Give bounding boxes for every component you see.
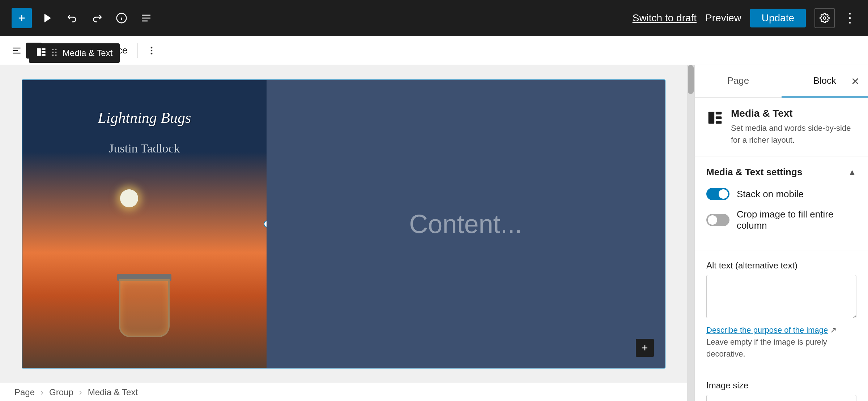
text-column[interactable]: Content... <box>267 80 665 368</box>
breadcrumb-page[interactable]: Page <box>14 387 35 397</box>
svg-rect-27 <box>716 121 722 124</box>
media-image: Lightning Bugs Justin Tadlock <box>22 80 267 368</box>
scroll-thumb <box>688 65 694 94</box>
toggle-knob-stack <box>719 189 728 199</box>
top-bar-left <box>12 8 155 28</box>
main-layout: Lightning Bugs Justin Tadlock Content... <box>0 65 868 401</box>
alt-text-link-row: Describe the purpose of the image ↗ Leav… <box>706 324 856 360</box>
editor-area: Lightning Bugs Justin Tadlock Content... <box>0 65 694 401</box>
align-left-button[interactable] <box>9 43 25 59</box>
breadcrumb-sep-2: › <box>79 387 82 397</box>
info-button[interactable] <box>113 9 130 27</box>
svg-rect-25 <box>716 112 722 115</box>
image-size-select-wrapper: Thumbnail Medium Large Full Size ▾ <box>706 395 856 401</box>
media-text-settings-section: Media & Text settings ▲ Stack on mobile … <box>695 156 868 250</box>
image-size-label: Image size <box>706 380 856 391</box>
svg-point-20 <box>151 49 153 51</box>
toolbar-separator-2 <box>137 43 138 58</box>
more-block-options-button[interactable] <box>144 43 159 59</box>
toggle-knob-crop <box>708 215 717 225</box>
stack-on-mobile-label: Stack on mobile <box>737 189 804 200</box>
block-toolbar: ⠿ Media & Text Replace <box>0 36 868 65</box>
jar-body <box>119 279 170 337</box>
redo-button[interactable] <box>88 9 106 27</box>
breadcrumb-group[interactable]: Group <box>49 387 73 397</box>
switch-draft-button[interactable]: Switch to draft <box>633 12 697 24</box>
media-text-block[interactable]: Lightning Bugs Justin Tadlock Content... <box>22 79 665 368</box>
media-text-icon-small <box>36 47 46 59</box>
alt-text-describe-link[interactable]: Describe the purpose of the image <box>706 325 828 335</box>
block-label-text: Media & Text <box>63 48 112 58</box>
settings-section-title: Media & Text settings <box>706 167 802 178</box>
undo-button[interactable] <box>64 9 81 27</box>
svg-point-19 <box>151 47 153 48</box>
block-label-popup: ⠿ Media & Text <box>29 43 120 63</box>
image-size-section: Image size Thumbnail Medium Large Full S… <box>695 370 868 401</box>
scroll-track[interactable] <box>687 65 694 401</box>
preview-button[interactable]: Preview <box>705 12 741 24</box>
sidebar-tabs: Page Block ✕ <box>695 65 868 98</box>
svg-point-9 <box>824 17 826 20</box>
media-column: Lightning Bugs Justin Tadlock <box>22 80 267 368</box>
more-options-button[interactable]: ⋮ <box>843 12 856 25</box>
tab-page[interactable]: Page <box>695 65 782 98</box>
crop-image-row: Crop image to fill entire column <box>706 209 856 231</box>
media-text-block-icon <box>706 109 724 126</box>
book-title: Lightning Bugs <box>98 109 191 126</box>
alt-text-label: Alt text (alternative text) <box>706 260 856 271</box>
svg-rect-10 <box>37 48 41 56</box>
alt-text-input[interactable] <box>706 275 856 318</box>
svg-point-21 <box>151 52 153 54</box>
breadcrumb: Page › Group › Media & Text <box>0 383 694 401</box>
settings-section-header: Media & Text settings ▲ <box>706 167 856 178</box>
crop-image-toggle[interactable] <box>706 214 729 226</box>
block-info-text: Media & Text Set media and words side-by… <box>731 108 856 146</box>
block-info: Media & Text Set media and words side-by… <box>695 98 868 156</box>
svg-rect-13 <box>42 54 46 56</box>
settings-button[interactable] <box>814 8 835 28</box>
svg-rect-12 <box>42 51 46 53</box>
alt-text-external-icon: ↗ <box>830 325 837 335</box>
stack-on-mobile-toggle[interactable] <box>706 188 729 200</box>
alt-text-section: Alt text (alternative text) Describe the… <box>695 250 868 370</box>
sidebar-close-button[interactable]: ✕ <box>848 72 862 90</box>
book-author: Justin Tadlock <box>109 142 180 155</box>
image-size-select[interactable]: Thumbnail Medium Large Full Size <box>706 395 856 401</box>
editor-content: Lightning Bugs Justin Tadlock Content... <box>0 65 694 383</box>
content-placeholder: Content... <box>409 209 522 239</box>
update-button[interactable]: Update <box>750 9 806 27</box>
svg-marker-2 <box>44 14 51 22</box>
svg-rect-24 <box>709 112 715 124</box>
breadcrumb-media-text[interactable]: Media & Text <box>88 387 138 397</box>
alt-text-suffix: Leave empty if the image is purely decor… <box>706 337 827 358</box>
sun-circle <box>120 189 138 207</box>
block-info-title: Media & Text <box>731 108 856 119</box>
jar-container <box>112 274 177 346</box>
add-inner-block-button[interactable] <box>636 339 654 357</box>
breadcrumb-sep-1: › <box>41 387 43 397</box>
block-info-description: Set media and words side-by-side for a r… <box>731 122 856 146</box>
list-view-button[interactable] <box>137 9 155 27</box>
settings-section-toggle[interactable]: ▲ <box>848 167 856 177</box>
top-bar-right: Switch to draft Preview Update ⋮ <box>633 8 856 28</box>
stack-on-mobile-row: Stack on mobile <box>706 188 856 200</box>
svg-rect-11 <box>42 48 46 50</box>
top-bar: Switch to draft Preview Update ⋮ <box>0 0 868 36</box>
tools-icon[interactable] <box>39 9 56 27</box>
svg-rect-26 <box>716 116 722 119</box>
right-sidebar: Page Block ✕ Media & Text Set media and … <box>694 65 868 401</box>
crop-image-label: Crop image to fill entire column <box>737 209 856 231</box>
add-block-button[interactable] <box>12 8 32 28</box>
